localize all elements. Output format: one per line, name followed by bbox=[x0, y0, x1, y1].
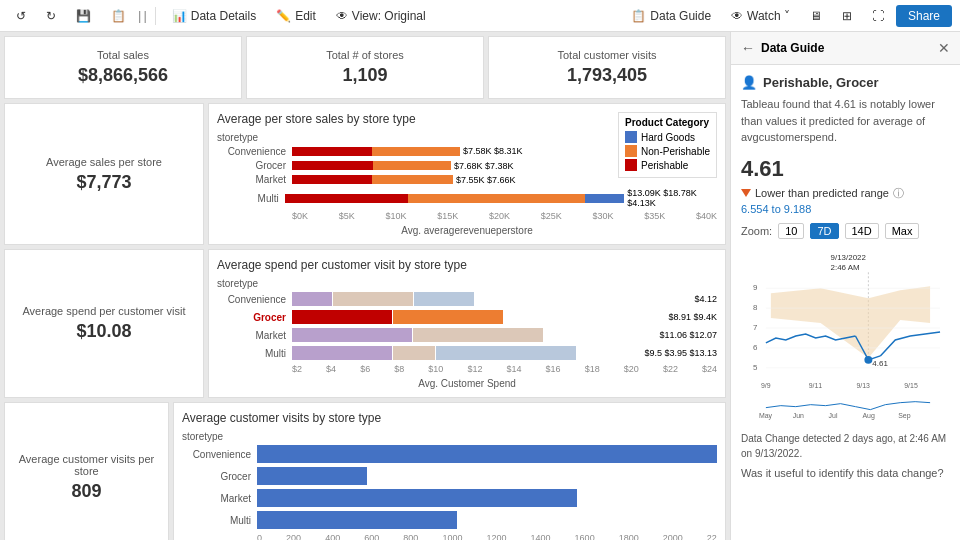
chart1-kpi-value: $7,773 bbox=[76, 172, 131, 193]
bar-conv-perishable bbox=[292, 147, 372, 156]
bar-multi-nonperishable bbox=[408, 194, 585, 203]
chart2-kpi-value: $10.08 bbox=[76, 321, 131, 342]
dashboard: Total sales $8,866,566 Total # of stores… bbox=[0, 32, 730, 540]
chart3-kpi: Average customer visits per store 809 bbox=[4, 402, 169, 540]
data-guide-header: ← Data Guide ✕ bbox=[731, 32, 960, 65]
chart2-panel: Average spend per customer visit by stor… bbox=[208, 249, 726, 398]
kpi-total-visits-label: Total customer visits bbox=[501, 49, 713, 61]
annotation-date: 9/13/2022 bbox=[831, 253, 867, 262]
chart1-kpi-label: Average sales per store bbox=[46, 156, 162, 168]
save-button[interactable]: 💾 bbox=[68, 6, 99, 26]
save-as-button[interactable]: 📋 bbox=[103, 6, 134, 26]
bar-multi-perishable bbox=[285, 194, 408, 203]
legend-item-hard: Hard Goods bbox=[625, 131, 710, 143]
svg-text:8: 8 bbox=[753, 303, 758, 312]
data-details-icon: 📊 bbox=[172, 9, 187, 23]
svg-text:Aug: Aug bbox=[862, 411, 875, 419]
sparkline bbox=[766, 401, 930, 409]
svg-text:Jun: Jun bbox=[793, 411, 804, 418]
chart3-kpi-value: 809 bbox=[71, 481, 101, 502]
save-as-icon: 📋 bbox=[111, 9, 126, 23]
chart2-kpi-label: Average spend per customer visit bbox=[22, 305, 185, 317]
data-guide-back-button[interactable]: ← bbox=[741, 40, 755, 56]
undo-icon: ↺ bbox=[16, 9, 26, 23]
svg-text:Jul: Jul bbox=[829, 411, 838, 418]
legend-color-hard bbox=[625, 131, 637, 143]
bar-market-nonperishable bbox=[372, 175, 453, 184]
data-guide-close-button[interactable]: ✕ bbox=[938, 40, 950, 56]
bar-market-perishable bbox=[292, 175, 372, 184]
data-guide-panel: ← Data Guide ✕ 👤 Perishable, Grocer Tabl… bbox=[730, 32, 960, 540]
bar-grocer-nonperishable bbox=[373, 161, 451, 170]
data-guide-zoom: Zoom: 10 7D 14D Max bbox=[741, 223, 950, 239]
chart1-axis-labels: $0K$5K$10K$15K$20K$25K$30K$35K$40K bbox=[217, 211, 717, 221]
chart2-bars: Convenience $4.12 Grocer bbox=[217, 292, 717, 389]
toolbar-right: 📋 Data Guide 👁 Watch ˅ 🖥 ⊞ ⛶ Share bbox=[623, 5, 952, 27]
hbar-multi: Multi $9.5 $3.95 $13.13 bbox=[217, 346, 717, 360]
bar-conv-nonperishable bbox=[372, 147, 460, 156]
layout-icon: ⊞ bbox=[842, 9, 852, 23]
data-guide-button[interactable]: 📋 Data Guide bbox=[623, 6, 719, 26]
watch-icon: 👁 bbox=[731, 9, 743, 23]
bar-row-multi1: Multi $13.09K $18.78K $4.13K bbox=[217, 188, 717, 208]
chart-row-2: Average spend per customer visit $10.08 … bbox=[4, 249, 726, 398]
chart2-storetype-header: storetype bbox=[217, 278, 717, 289]
anomaly-label: 4.61 bbox=[872, 358, 888, 367]
legend-item-perishable: Perishable bbox=[625, 159, 710, 171]
kpi-total-visits: Total customer visits 1,793,405 bbox=[488, 36, 726, 99]
zoom-10-button[interactable]: 10 bbox=[778, 223, 804, 239]
data-guide-lower-badge: Lower than predicted range ⓘ bbox=[741, 186, 950, 201]
visits-bar-grocer bbox=[257, 467, 367, 485]
redo-button[interactable]: ↻ bbox=[38, 6, 64, 26]
view-button[interactable]: 👁 View: Original bbox=[328, 6, 434, 26]
view-icon: 👁 bbox=[336, 9, 348, 23]
visits-grocer: Grocer bbox=[182, 467, 717, 485]
svg-text:9/15: 9/15 bbox=[904, 381, 918, 388]
fullscreen-button[interactable]: ⛶ bbox=[864, 6, 892, 26]
legend-label-hard: Hard Goods bbox=[641, 132, 695, 143]
visits-bar-multi bbox=[257, 511, 457, 529]
svg-text:7: 7 bbox=[753, 323, 758, 332]
chart1-axis-title: Avg. averagerevenueperstore bbox=[217, 225, 717, 236]
chart-row-3: Average customer visits per store 809 Av… bbox=[4, 402, 726, 540]
bar-multi-hardgoods bbox=[585, 194, 624, 203]
hbar-grocer: Grocer $8.91 $9.4K bbox=[217, 310, 717, 324]
layout-button[interactable]: ⊞ bbox=[834, 6, 860, 26]
device-icon: 🖥 bbox=[810, 9, 822, 23]
zoom-max-button[interactable]: Max bbox=[885, 223, 920, 239]
chart2-axis-title: Avg. Customer Spend bbox=[217, 378, 717, 389]
zoom-14d-button[interactable]: 14D bbox=[845, 223, 879, 239]
bar-conv-label: $7.58K $8.31K bbox=[463, 146, 523, 156]
watch-button[interactable]: 👁 Watch ˅ bbox=[723, 6, 798, 26]
visits-market: Market bbox=[182, 489, 717, 507]
svg-text:5: 5 bbox=[753, 362, 758, 371]
device-button[interactable]: 🖥 bbox=[802, 6, 830, 26]
undo-button[interactable]: ↺ bbox=[8, 6, 34, 26]
legend-color-perishable bbox=[625, 159, 637, 171]
zoom-label: Zoom: bbox=[741, 225, 772, 237]
chart3-title: Average customer visits by store type bbox=[182, 411, 717, 425]
edit-button[interactable]: ✏️ Edit bbox=[268, 6, 324, 26]
visits-bar-convenience bbox=[257, 445, 717, 463]
svg-text:9/9: 9/9 bbox=[761, 381, 771, 388]
zoom-7d-button[interactable]: 7D bbox=[810, 223, 838, 239]
svg-text:9/13: 9/13 bbox=[856, 381, 870, 388]
chart3-bars: Convenience Grocer Market Multi bbox=[182, 445, 717, 540]
data-guide-title: Data Guide bbox=[761, 41, 824, 55]
bar-grocer-perishable bbox=[292, 161, 373, 170]
legend-color-nonperishable bbox=[625, 145, 637, 157]
svg-text:May: May bbox=[759, 411, 773, 419]
visits-multi: Multi bbox=[182, 511, 717, 529]
info-icon: ⓘ bbox=[893, 186, 904, 201]
chart1-legend: Product Category Hard Goods Non-Perishab… bbox=[618, 112, 717, 178]
chart1-kpi: Average sales per store $7,773 bbox=[4, 103, 204, 245]
toolbar-separator bbox=[155, 7, 156, 25]
share-button[interactable]: Share bbox=[896, 5, 952, 27]
kpi-total-visits-value: 1,793,405 bbox=[501, 65, 713, 86]
chart3-storetype-header: storetype bbox=[182, 431, 717, 442]
close-icon: ✕ bbox=[938, 40, 950, 56]
legend-label-nonperishable: Non-Perishable bbox=[641, 146, 710, 157]
data-details-button[interactable]: 📊 Data Details bbox=[164, 6, 264, 26]
legend-title: Product Category bbox=[625, 117, 710, 128]
chart3-axis-labels: 020040060080010001200140016001800200022 bbox=[182, 533, 717, 540]
